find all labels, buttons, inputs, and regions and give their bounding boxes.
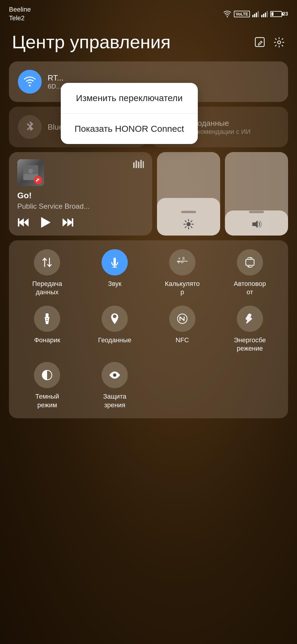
nfc-label: NFC — [175, 336, 189, 345]
autorotate-label: Автоповорот — [234, 280, 266, 297]
geodata2-icon-circle — [102, 306, 128, 332]
calculator-icon-circle: +÷ × 8 — [169, 249, 195, 275]
volume-slider[interactable] — [225, 152, 288, 235]
media-row: Go! Public Service Broad... — [9, 152, 288, 235]
wifi-icon-circle — [18, 70, 42, 94]
brightness-icon — [183, 218, 194, 230]
battery-indicator: 23 — [270, 11, 288, 17]
context-menu-item-edit[interactable]: Изменить переключатели — [61, 83, 198, 114]
edit-icon[interactable] — [254, 35, 266, 48]
svg-rect-13 — [133, 162, 135, 168]
action-sound[interactable]: Звук — [83, 249, 147, 297]
sound-icon-circle — [102, 249, 128, 275]
svg-rect-41 — [246, 259, 254, 265]
data-transfer-icon-circle — [34, 249, 60, 275]
geodata-info: Геоданные Рекомендации с ИИ — [190, 119, 251, 136]
media-album-art — [17, 159, 44, 186]
carrier1: Beeline — [9, 5, 31, 14]
action-eye-protect[interactable]: Защитазрения — [83, 362, 147, 409]
svg-marker-19 — [24, 218, 29, 227]
volume-handle[interactable] — [249, 211, 264, 213]
data-transfer-label: Передачаданных — [32, 280, 62, 297]
svg-line-32 — [191, 221, 192, 222]
header: Центр управления — [0, 25, 297, 61]
volte-icon: VoLTE — [234, 11, 250, 17]
prev-button[interactable] — [17, 216, 29, 228]
svg-point-50 — [114, 374, 116, 376]
action-flashlight[interactable]: Фонарик — [15, 306, 80, 353]
next-button[interactable] — [62, 216, 74, 228]
dark-mode-label: Темныйрежим — [35, 392, 59, 409]
carrier2: Tele2 — [9, 14, 31, 23]
svg-point-25 — [186, 222, 191, 226]
svg-point-9 — [278, 41, 281, 44]
media-controls — [17, 215, 144, 228]
flashlight-label: Фонарик — [34, 336, 60, 345]
wifi-status-icon — [223, 11, 231, 17]
svg-line-31 — [191, 227, 192, 228]
battery-box — [270, 11, 282, 17]
svg-rect-17 — [143, 161, 144, 168]
battery-saver-label: Энергосбережение — [234, 336, 266, 353]
svg-rect-1 — [254, 14, 255, 17]
status-icons: VoLTE 23 — [223, 11, 288, 17]
svg-marker-21 — [41, 217, 51, 228]
svg-marker-23 — [63, 218, 67, 227]
play-button[interactable] — [40, 215, 51, 228]
svg-line-33 — [185, 227, 186, 228]
svg-rect-15 — [138, 162, 139, 168]
toggle-row-2: Bluetooth Геоданные Рекомендации с ИИ Из… — [9, 107, 288, 147]
actions-grid: Передачаданных Звук +÷ — [15, 249, 282, 410]
settings-icon[interactable] — [273, 35, 285, 48]
action-autorotate[interactable]: Автоповорот — [217, 249, 282, 297]
volume-icon — [251, 218, 262, 230]
header-actions — [254, 35, 285, 48]
svg-rect-3 — [258, 11, 259, 17]
flashlight-icon-circle — [34, 306, 60, 332]
nfc-icon-circle — [169, 306, 195, 332]
geodata2-label: Геоданные — [98, 336, 131, 345]
media-top — [17, 159, 144, 186]
action-dark-mode[interactable]: Темныйрежим — [15, 362, 80, 409]
context-menu-item-honor[interactable]: Показать HONOR Connect — [61, 114, 198, 144]
music-app-icon — [34, 176, 42, 184]
dark-mode-icon-circle — [34, 362, 60, 388]
autorotate-icon-circle — [237, 249, 263, 275]
eye-protect-icon-circle — [102, 362, 128, 388]
action-nfc[interactable]: NFC — [150, 306, 215, 353]
svg-rect-2 — [256, 13, 257, 17]
svg-rect-24 — [72, 218, 73, 227]
battery-saver-icon-circle — [237, 306, 263, 332]
action-battery-saver[interactable]: Энергосбережение — [217, 306, 282, 353]
media-title: Go! — [17, 191, 144, 200]
svg-rect-16 — [140, 160, 142, 168]
svg-rect-4 — [261, 15, 262, 17]
svg-rect-7 — [267, 11, 268, 17]
eq-icon — [133, 159, 144, 168]
svg-point-12 — [28, 169, 33, 174]
wifi-name: RT... — [48, 73, 63, 83]
media-player-card: Go! Public Service Broad... — [9, 152, 152, 235]
carrier-info: Beeline Tele2 — [9, 5, 31, 22]
brightness-fill — [157, 198, 220, 236]
media-section: Go! Public Service Broad... — [0, 152, 297, 235]
battery-fill — [271, 12, 273, 16]
brightness-slider[interactable] — [157, 152, 220, 235]
quick-toggles: RT... 6D... Bluetooth — [0, 61, 297, 147]
svg-rect-44 — [46, 313, 49, 317]
action-data-transfer[interactable]: Передачаданных — [15, 249, 80, 297]
action-geodata[interactable]: Геоданные — [83, 306, 147, 353]
svg-rect-14 — [136, 160, 137, 168]
svg-rect-8 — [255, 38, 264, 47]
sound-label: Звук — [108, 280, 122, 288]
action-calculator[interactable]: +÷ × 8 Калькулятор — [150, 249, 215, 297]
media-artist: Public Service Broad... — [17, 202, 144, 210]
brightness-handle[interactable] — [181, 211, 196, 213]
svg-text:×: × — [178, 256, 181, 261]
svg-text:8: 8 — [182, 256, 185, 261]
geodata-sub: Рекомендации с ИИ — [190, 128, 251, 136]
status-bar: Beeline Tele2 VoLTE — [0, 0, 297, 25]
battery-percent: 23 — [283, 11, 288, 17]
page-title: Центр управления — [12, 31, 171, 52]
geodata-name: Геоданные — [190, 119, 251, 128]
